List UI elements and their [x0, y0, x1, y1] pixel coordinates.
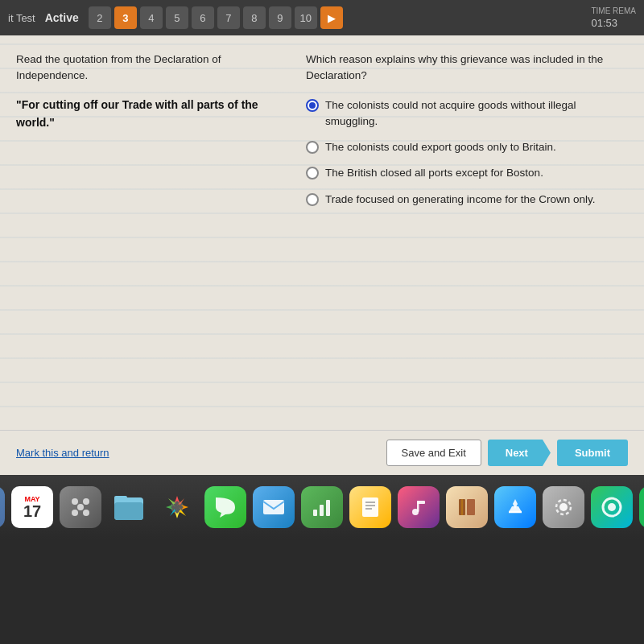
vpn-icon[interactable]: [591, 486, 633, 528]
numbers-icon[interactable]: [301, 486, 343, 528]
exit-test-button[interactable]: it Test: [8, 12, 35, 24]
system-prefs-icon[interactable]: [543, 486, 584, 528]
radio-2[interactable]: [306, 141, 319, 154]
messages-icon[interactable]: [204, 486, 246, 528]
launchpad-icon[interactable]: [60, 486, 101, 528]
svg-rect-17: [362, 497, 378, 517]
active-badge: Active: [45, 11, 79, 24]
left-instruction: Read the quotation from the Declaration …: [16, 52, 290, 85]
main-content: Read the quotation from the Declaration …: [0, 35, 644, 430]
q-num-6[interactable]: 6: [192, 6, 214, 29]
top-bar: it Test Active 2 3 4 5 6 7 8 9 10 ▶ TIME…: [0, 0, 644, 35]
svg-point-31: [608, 503, 616, 511]
option-2[interactable]: The colonists could export goods only to…: [306, 139, 628, 155]
question-number-nav: 2 3 4 5 6 7 8 9 10 ▶: [89, 6, 582, 29]
appstore-icon[interactable]: [494, 486, 536, 528]
svg-rect-23: [417, 501, 425, 504]
q-num-8[interactable]: 8: [243, 6, 266, 29]
svg-point-7: [83, 510, 89, 516]
q-num-7[interactable]: 7: [217, 6, 240, 29]
svg-rect-16: [326, 500, 330, 516]
timer-label: TIME REMA: [591, 6, 636, 15]
svg-rect-11: [114, 496, 127, 502]
notes-icon[interactable]: [349, 486, 391, 528]
q-num-10[interactable]: 10: [295, 6, 317, 29]
quote-text: "For cutting off our Trade with all part…: [16, 96, 290, 132]
option-2-text: The colonists could export goods only to…: [325, 139, 556, 155]
svg-point-28: [559, 503, 568, 511]
q-num-4[interactable]: 4: [140, 6, 163, 29]
dock: MAY 17: [0, 475, 644, 539]
right-panel: Which reason explains why this grievance…: [306, 52, 628, 422]
radio-4[interactable]: [306, 193, 319, 206]
svg-rect-15: [320, 505, 324, 516]
q-num-2[interactable]: 2: [89, 6, 111, 29]
options-list: The colonists could not acquire goods wi…: [306, 97, 628, 208]
calendar-icon[interactable]: MAY 17: [11, 486, 53, 528]
spotify-icon[interactable]: [639, 486, 644, 528]
question-text: Which reason explains why this grievance…: [306, 52, 628, 85]
radio-3[interactable]: [306, 167, 319, 180]
q-num-5[interactable]: 5: [166, 6, 188, 29]
svg-rect-25: [467, 499, 475, 515]
option-3[interactable]: The British closed all ports except for …: [306, 165, 628, 181]
svg-point-6: [72, 510, 78, 516]
action-bar: Mark this and return Save and Exit Next …: [0, 430, 644, 475]
left-panel: Read the quotation from the Declaration …: [16, 52, 290, 422]
svg-point-5: [83, 498, 89, 505]
next-button[interactable]: Next: [488, 440, 551, 466]
option-3-text: The British closed all ports except for …: [325, 165, 543, 181]
files-icon[interactable]: [108, 486, 150, 528]
save-exit-button[interactable]: Save and Exit: [386, 440, 481, 466]
svg-point-8: [77, 504, 84, 510]
books-icon[interactable]: [446, 486, 488, 528]
calendar-day: 17: [23, 503, 41, 519]
finder-icon[interactable]: [0, 486, 5, 528]
svg-point-4: [72, 498, 78, 505]
mark-return-link[interactable]: Mark this and return: [16, 447, 109, 459]
option-1-text: The colonists could not acquire goods wi…: [325, 97, 628, 130]
q-num-3[interactable]: 3: [114, 6, 137, 29]
option-4-text: Trade focused on generating income for t…: [325, 192, 595, 208]
submit-button[interactable]: Submit: [557, 440, 628, 466]
svg-rect-14: [313, 510, 317, 516]
radio-1[interactable]: [306, 99, 319, 112]
timer-display: TIME REMA 01:53: [591, 6, 636, 30]
mail-icon[interactable]: [253, 486, 295, 528]
option-1[interactable]: The colonists could not acquire goods wi…: [306, 97, 628, 130]
q-num-9[interactable]: 9: [269, 6, 291, 29]
itunes-icon[interactable]: [398, 486, 440, 528]
timer-value: 01:53: [591, 17, 617, 29]
action-buttons: Save and Exit Next Submit: [386, 440, 628, 466]
option-4[interactable]: Trade focused on generating income for t…: [306, 192, 628, 208]
next-arrow-button[interactable]: ▶: [320, 6, 343, 29]
photos-icon[interactable]: [156, 486, 198, 528]
svg-rect-13: [263, 500, 284, 514]
svg-rect-10: [114, 502, 143, 520]
